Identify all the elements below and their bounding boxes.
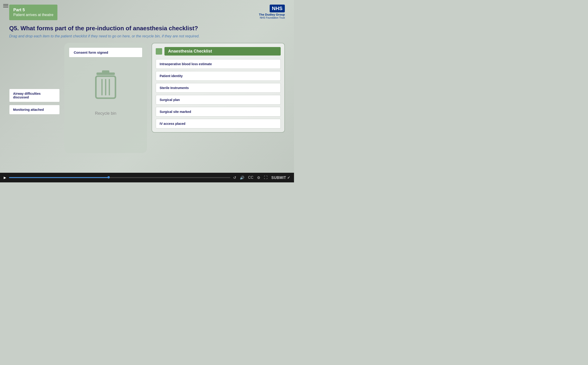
recycle-icon xyxy=(90,69,122,106)
progress-fill xyxy=(9,177,109,178)
bottom-controls: ↺ 🔊 CC ⚙ ⛶ SUBMIT ✓ xyxy=(233,175,290,180)
recycle-bin-label: Recycle bin xyxy=(95,111,116,116)
part-number: Part 5 xyxy=(13,7,53,13)
nhs-logo: NHS The Dudley Group NHS Foundation Trus… xyxy=(259,5,285,19)
checklist-item-0[interactable]: Intraoperative blood loss estimate xyxy=(156,59,281,69)
checklist-item-1[interactable]: Patient identity xyxy=(156,71,281,81)
checklist-title: Anaesthesia Checklist xyxy=(164,47,281,56)
consent-form-item[interactable]: Consent form signed xyxy=(69,48,142,57)
drag-item-airway[interactable]: Airway difficulties discussed xyxy=(9,89,60,102)
checklist-item-4[interactable]: Surgical site marked xyxy=(156,107,281,117)
settings-icon[interactable]: ⚙ xyxy=(257,175,260,180)
svg-rect-1 xyxy=(102,70,109,73)
caption-icon[interactable]: CC xyxy=(248,175,253,180)
recycle-bin[interactable]: Consent form signed Recycle bin xyxy=(64,43,147,153)
progress-dot xyxy=(108,176,110,178)
checklist-item-2[interactable]: Sterile Instruments xyxy=(156,83,281,93)
question-subtitle: Drag and drop each item to the patient c… xyxy=(9,34,285,38)
hamburger-menu[interactable] xyxy=(3,4,8,7)
checklist-item-3[interactable]: Surgical plan xyxy=(156,95,281,105)
header-row: Part 5 Patient arrives at theatre NHS Th… xyxy=(9,0,285,20)
checklist-header: Anaesthesia Checklist xyxy=(156,47,281,56)
trust-name: The Dudley Group xyxy=(259,13,285,16)
left-items: Airway difficulties discussed Monitoring… xyxy=(9,89,60,114)
volume-icon[interactable]: 🔊 xyxy=(240,175,244,180)
rewind-icon[interactable]: ↺ xyxy=(233,175,236,180)
checklist-item-5[interactable]: IV access placed xyxy=(156,119,281,128)
submit-button[interactable]: SUBMIT ✓ xyxy=(271,175,290,180)
play-button[interactable]: ▶ xyxy=(4,176,6,179)
content-area: Airway difficulties discussed Monitoring… xyxy=(9,43,285,153)
part-title: Patient arrives at theatre xyxy=(13,13,53,17)
drag-item-monitoring[interactable]: Monitoring attached xyxy=(9,105,60,114)
trust-sub: NHS Foundation Trust xyxy=(260,16,285,19)
checklist-items: Intraoperative blood loss estimate Patie… xyxy=(156,59,281,128)
progress-bar[interactable] xyxy=(9,177,230,178)
part-badge: Part 5 Patient arrives at theatre xyxy=(9,5,58,20)
fullscreen-icon[interactable]: ⛶ xyxy=(264,175,268,180)
checklist-square-icon xyxy=(156,48,162,55)
bottom-bar: ▶ ↺ 🔊 CC ⚙ ⛶ SUBMIT ✓ xyxy=(0,173,294,182)
nhs-label: NHS xyxy=(270,5,285,12)
checklist-panel: Anaesthesia Checklist Intraoperative blo… xyxy=(152,43,285,133)
question-title: Q5. What forms part of the pre-induction… xyxy=(9,25,285,32)
